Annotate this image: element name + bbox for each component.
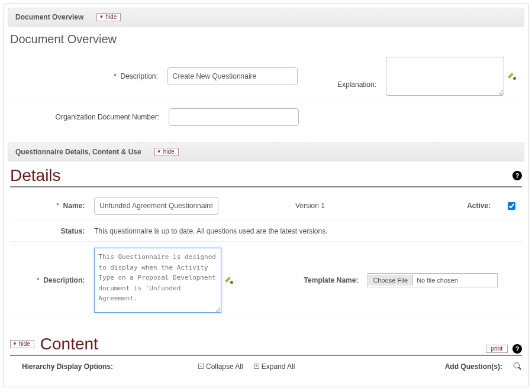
details-title: Details bbox=[10, 166, 61, 185]
status-label: Status: bbox=[10, 221, 89, 242]
choose-file-button[interactable]: Choose File bbox=[368, 275, 413, 286]
print-button[interactable]: print bbox=[486, 345, 508, 353]
explanation-label: Explanation: bbox=[317, 51, 381, 102]
document-overview-form: * Description: Explanation: Organization… bbox=[10, 51, 522, 132]
document-overview-panel-header: Document Overview ▼ hide bbox=[8, 8, 524, 27]
status-value: This questionnaire is up to date. All qu… bbox=[89, 221, 522, 242]
active-label: Active: bbox=[363, 191, 495, 221]
organization-document-number-label: Organization Document Number: bbox=[10, 107, 164, 127]
pencil-icon[interactable] bbox=[508, 72, 517, 81]
description-input[interactable] bbox=[167, 67, 298, 85]
active-checkbox[interactable] bbox=[508, 202, 515, 210]
collapse-all-button[interactable]: − Collapse All bbox=[198, 362, 243, 371]
pencil-icon[interactable] bbox=[225, 276, 234, 285]
version-text: Version 1 bbox=[257, 191, 363, 221]
add-question-label: Add Question(s): bbox=[445, 362, 502, 371]
qdcu-hide-button[interactable]: ▼ hide bbox=[154, 148, 179, 156]
hide-button-label: hide bbox=[19, 341, 30, 348]
file-status-text: No file chosen bbox=[413, 277, 497, 284]
caret-down-icon: ▼ bbox=[99, 14, 104, 21]
hierarchy-display-options-label: Hierarchy Display Options: bbox=[10, 362, 188, 371]
template-name-label: Template Name: bbox=[257, 242, 363, 319]
details-table: * Name: Version 1 Active: Status: This q… bbox=[10, 191, 522, 319]
name-label: Name: bbox=[63, 202, 85, 210]
expand-all-button[interactable]: + Expand All bbox=[254, 362, 295, 371]
caret-down-icon: ▼ bbox=[12, 341, 17, 348]
expand-all-label: Expand All bbox=[262, 362, 295, 371]
plus-box-icon: + bbox=[254, 364, 259, 369]
content-title: Content bbox=[40, 335, 98, 354]
search-icon[interactable] bbox=[513, 362, 522, 371]
hide-button-label: hide bbox=[105, 14, 117, 21]
document-overview-header-title: Document Overview bbox=[15, 13, 83, 21]
name-input[interactable] bbox=[94, 197, 218, 215]
minus-box-icon: − bbox=[198, 364, 204, 369]
hide-button-label: hide bbox=[163, 148, 175, 155]
qdcu-panel-header: Questionnaire Details, Content & Use ▼ h… bbox=[8, 142, 524, 161]
details-description-textarea[interactable] bbox=[94, 248, 221, 313]
description-label: * Description: bbox=[10, 66, 163, 86]
organization-document-number-input[interactable] bbox=[169, 108, 299, 126]
help-icon[interactable]: ? bbox=[512, 344, 522, 354]
details-description-label: Description: bbox=[43, 276, 85, 284]
explanation-textarea[interactable] bbox=[386, 57, 504, 96]
caret-down-icon: ▼ bbox=[157, 148, 162, 155]
template-file-input[interactable]: Choose File No file chosen bbox=[367, 273, 498, 287]
document-overview-hide-button[interactable]: ▼ hide bbox=[96, 13, 121, 21]
document-overview-title: Document Overview bbox=[10, 33, 522, 46]
collapse-all-label: Collapse All bbox=[206, 362, 243, 371]
help-icon[interactable]: ? bbox=[512, 171, 522, 180]
content-hide-button[interactable]: ▼ hide bbox=[10, 340, 34, 348]
qdcu-header-title: Questionnaire Details, Content & Use bbox=[15, 148, 141, 156]
